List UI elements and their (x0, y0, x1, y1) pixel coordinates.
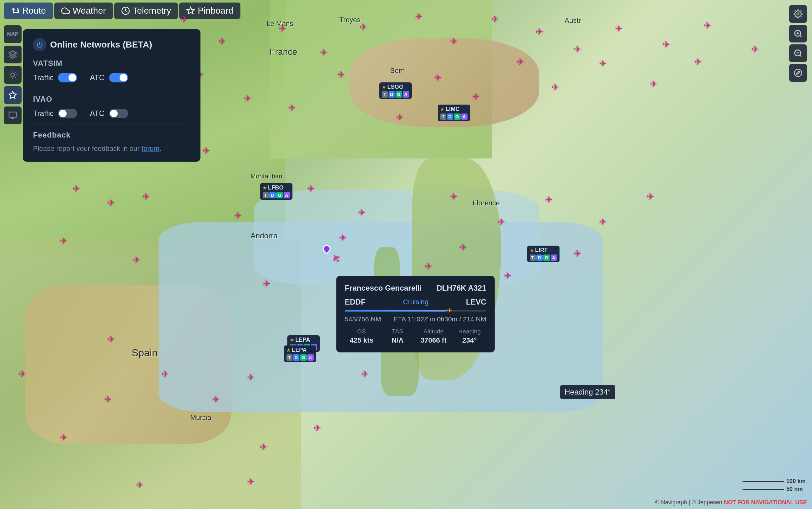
ivao-traffic-toggle[interactable] (58, 109, 77, 118)
zoom-in-button[interactable] (789, 25, 807, 42)
aircraft-marker[interactable]: ✈ (650, 79, 657, 89)
aircraft-marker[interactable]: ✈ (647, 192, 654, 202)
forum-link[interactable]: forum (142, 144, 159, 152)
aircraft-marker[interactable]: ✈ (472, 92, 479, 102)
aircraft-marker[interactable]: ✈ (219, 36, 226, 46)
aircraft-marker[interactable]: ✈ (460, 242, 467, 252)
aircraft-marker[interactable]: ✈ (136, 480, 144, 490)
aircraft-marker[interactable]: ✈ (552, 82, 559, 93)
aircraft-marker[interactable]: ✈ (320, 47, 327, 58)
aircraft-marker[interactable]: ✈ (498, 217, 505, 227)
sun-icon-button[interactable] (4, 66, 22, 84)
eta-info: ETA 11:02Z in 0h30m / 214 NM (393, 315, 486, 323)
aircraft-marker[interactable]: ✈ (425, 261, 432, 272)
power-button[interactable] (33, 38, 46, 52)
aircraft-marker[interactable]: ✈ (60, 236, 67, 246)
svg-line-4 (10, 72, 10, 73)
aircraft-marker[interactable]: ✈ (358, 207, 365, 218)
telemetry-button[interactable]: Telemetry (114, 3, 178, 19)
pinboard-label: Pinboard (197, 6, 233, 16)
aircraft-marker[interactable]: ✈ (504, 271, 511, 281)
aircraft-marker[interactable]: ✈ (247, 477, 254, 487)
map-icon-button[interactable]: MAP (4, 25, 22, 43)
aircraft-marker[interactable]: ✈ (107, 198, 115, 208)
aircraft-marker[interactable]: ✈ (279, 24, 286, 34)
aircraft-marker[interactable]: ✈ (415, 11, 423, 22)
route-button[interactable]: Route (4, 3, 53, 19)
airport-badge-lsgg[interactable]: ★ LSGG T D G A (379, 82, 412, 99)
display-icon-button[interactable] (4, 106, 22, 124)
aircraft-marker[interactable]: ✈ (247, 372, 254, 382)
aircraft-marker[interactable]: ✈ (751, 44, 759, 55)
aircraft-marker[interactable]: ✈ (704, 20, 711, 31)
aircraft-marker[interactable]: ✈ (663, 39, 670, 50)
aircraft-marker[interactable]: ✈ (574, 248, 581, 259)
aircraft-marker[interactable]: ✈ (599, 217, 606, 227)
aircraft-marker[interactable]: ✈ (615, 24, 622, 34)
vatsim-atc-toggle[interactable] (109, 73, 128, 82)
airport-star-icon: ★ (286, 348, 290, 353)
aircraft-marker[interactable]: ✈ (161, 369, 169, 379)
aircraft-marker[interactable]: ✈ (339, 233, 346, 243)
settings-icon (793, 9, 803, 19)
aircraft-marker[interactable]: ✈ (491, 14, 499, 24)
ivao-atc-toggle[interactable] (109, 109, 128, 118)
aircraft-marker[interactable]: ✈ (107, 334, 115, 344)
aircraft-marker[interactable]: ✈ (517, 57, 524, 67)
airport-badge-lfbo[interactable]: ★ LFBO T D G A (260, 183, 292, 200)
aircraft-marker[interactable]: ✈ (212, 394, 219, 405)
aircraft-marker[interactable]: ✈ (450, 192, 458, 202)
airport-badge-lirf[interactable]: ★ LIRF T D G A (527, 246, 560, 262)
aircraft-marker[interactable]: ✈ (181, 14, 188, 24)
aircraft-marker[interactable]: ✈ (60, 432, 67, 443)
badge-a: A (461, 113, 468, 120)
waypoint-icon-button[interactable] (4, 86, 22, 104)
aircraft-marker[interactable]: ✈ (260, 442, 267, 452)
aircraft-marker[interactable]: ✈ (694, 57, 701, 67)
aircraft-marker[interactable]: ✈ (360, 22, 367, 32)
aircraft-marker[interactable]: ✈ (574, 44, 581, 55)
aircraft-marker[interactable]: ✈ (19, 369, 26, 379)
aircraft-marker[interactable]: ✈ (307, 183, 315, 194)
airport-code-lirf: LIRF (535, 247, 548, 253)
aircraft-marker[interactable]: ✈ (338, 69, 345, 80)
aircraft-marker[interactable]: ✈ (361, 369, 369, 379)
panel-title: Online Networks (BETA) (33, 38, 190, 52)
layers-icon-button[interactable] (4, 46, 22, 63)
pilot-name: Francesco Gencarelli (345, 284, 422, 293)
zoom-out-button[interactable] (789, 44, 807, 62)
aircraft-marker[interactable]: ✈ (288, 103, 295, 113)
aircraft-marker[interactable]: ✈ (143, 192, 150, 202)
aircraft-marker[interactable]: ✈ (450, 36, 458, 46)
aircraft-marker[interactable]: ✈ (599, 58, 606, 69)
airport-badge-limc[interactable]: ★ LIMC T D G A (438, 105, 470, 121)
weather-button[interactable]: Weather (54, 3, 113, 19)
popup-header: Francesco Gencarelli DLH76K A321 (345, 284, 486, 293)
aircraft-popup: Francesco Gencarelli DLH76K A321 EDDF Cr… (336, 276, 495, 352)
badge-d: D (447, 113, 453, 120)
settings-button[interactable] (789, 5, 807, 23)
pinboard-button[interactable]: Pinboard (179, 3, 240, 19)
vatsim-traffic-toggle[interactable] (58, 73, 77, 82)
map-label: MAP (7, 31, 19, 37)
aircraft-marker[interactable]: ✈ (434, 73, 441, 83)
airport-badge-lepa-2[interactable]: ★ LEPA T D G A (284, 345, 316, 362)
badge-a: A (284, 192, 290, 198)
aircraft-marker[interactable]: ✈ (536, 27, 543, 37)
aircraft-marker[interactable]: ✈ (104, 394, 112, 405)
compass-button[interactable] (789, 64, 807, 82)
aircraft-marker[interactable]: ✈ (235, 210, 242, 221)
aircraft-marker[interactable]: ✈ (73, 183, 80, 194)
aircraft-marker[interactable]: ✈ (396, 112, 403, 123)
aircraft-marker[interactable]: ✈ (314, 423, 321, 433)
heading-stat: Heading 234° (453, 328, 487, 344)
scale-line-50nm (743, 489, 784, 490)
aircraft-marker[interactable]: ✈ (545, 195, 553, 205)
top-navigation: Route Weather Telemetry Pinboard (0, 0, 244, 22)
svg-rect-11 (9, 112, 16, 117)
aircraft-marker[interactable]: ✈ (244, 93, 251, 104)
aircraft-marker[interactable]: ✈ (133, 255, 140, 265)
aircraft-marker[interactable]: ✈ (203, 145, 210, 156)
aircraft-marker[interactable]: ✈ (263, 279, 270, 289)
scale-line-100km (743, 481, 784, 482)
